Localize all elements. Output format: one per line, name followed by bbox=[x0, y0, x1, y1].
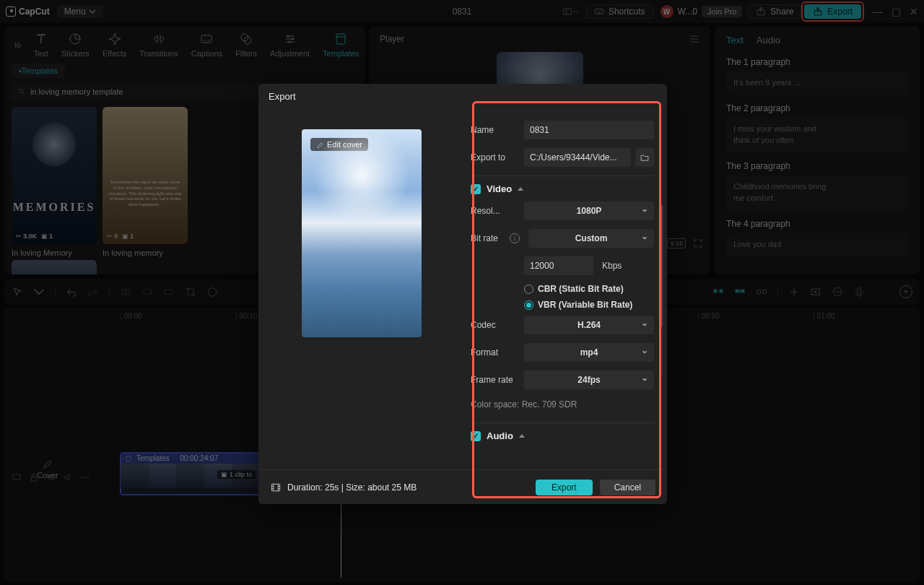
dialog-export-button[interactable]: Export bbox=[536, 480, 593, 495]
audio-section-head[interactable]: Audio bbox=[471, 430, 654, 441]
format-label: Format bbox=[471, 347, 520, 358]
fps-select[interactable]: 24fps bbox=[524, 370, 654, 389]
dialog-footer: Duration: 25s | Size: about 25 MB Export… bbox=[258, 469, 667, 504]
cbr-radio[interactable]: CBR (Static Bit Rate) bbox=[524, 284, 654, 294]
export-path-input[interactable]: C:/Users/93444/Vide... bbox=[524, 148, 631, 167]
codec-label: Codec bbox=[471, 320, 520, 330]
folder-icon bbox=[640, 152, 650, 162]
colorspace-note: Color space: Rec. 709 SDR bbox=[471, 399, 654, 410]
fps-label: Frame rate bbox=[471, 375, 520, 385]
audio-checkbox[interactable] bbox=[471, 431, 481, 441]
film-icon bbox=[270, 482, 282, 493]
export-dialog: Export Edit cover Name 0831 Export to C:… bbox=[258, 84, 667, 504]
browse-folder-button[interactable] bbox=[635, 148, 654, 167]
resolution-select[interactable]: 1080P bbox=[524, 202, 654, 220]
video-checkbox[interactable] bbox=[471, 184, 481, 194]
info-icon[interactable]: i bbox=[510, 233, 520, 243]
kbps-label: Kbps bbox=[602, 261, 622, 271]
caret-up-icon bbox=[518, 187, 523, 191]
dialog-title: Export bbox=[258, 84, 667, 109]
vbr-radio[interactable]: VBR (Variable Bit Rate) bbox=[524, 300, 654, 310]
cover-preview: Edit cover bbox=[302, 129, 422, 337]
caret-up-icon bbox=[519, 434, 525, 438]
resolution-label: Resol... bbox=[471, 206, 520, 216]
duration-label: Duration: 25s | Size: about 25 MB bbox=[287, 482, 417, 493]
pencil-icon bbox=[316, 141, 324, 149]
bitrate-mode-select[interactable]: Custom bbox=[528, 229, 654, 248]
svg-rect-28 bbox=[271, 484, 279, 491]
export-form: Name 0831 Export to C:/Users/93444/Vide.… bbox=[468, 109, 667, 469]
name-label: Name bbox=[471, 125, 520, 135]
video-section-head[interactable]: Video bbox=[471, 183, 654, 194]
bitrate-label: Bit rate bbox=[471, 233, 505, 243]
edit-cover-button[interactable]: Edit cover bbox=[310, 138, 368, 151]
bitrate-input[interactable]: 12000 bbox=[524, 256, 593, 275]
codec-select[interactable]: H.264 bbox=[524, 316, 654, 334]
scrollbar[interactable] bbox=[659, 204, 663, 378]
export-to-label: Export to bbox=[471, 152, 520, 162]
format-select[interactable]: mp4 bbox=[524, 343, 654, 362]
dialog-cancel-button[interactable]: Cancel bbox=[600, 480, 655, 495]
name-input[interactable]: 0831 bbox=[524, 121, 654, 139]
